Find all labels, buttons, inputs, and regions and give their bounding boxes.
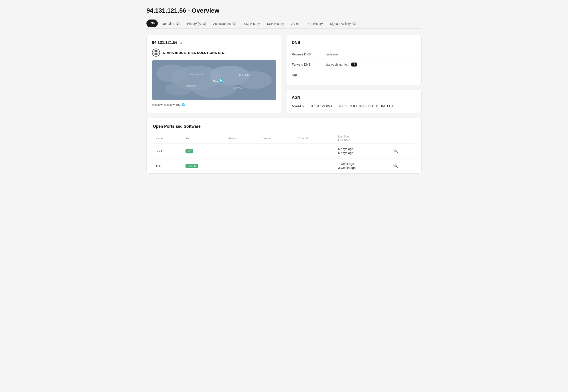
row-action: 🔍 [391,144,415,158]
org-logo [152,49,160,56]
org-row: STARK INDUSTRIES SOLUTIONS LTD. [152,49,276,56]
asn-title: ASN [292,95,416,100]
svg-point-15 [220,79,222,82]
svg-text:Krasnogorsk: Krasnogorsk [189,73,203,76]
reverse-dns-value: undefined [325,53,339,56]
row-version: - [261,144,295,158]
tab-history[interactable]: History (Beta) [184,20,209,28]
ports-title: Open Ports and Software [153,124,415,129]
svg-point-1 [155,52,157,53]
dns-title: DNS [292,40,416,45]
tabs-nav: Info Domains 1 History (Beta) Associatio… [146,19,422,28]
ports-card: Open Ports and Software Name Port Produc… [146,118,422,174]
asn-info-row: AS44477 94.131.121.0/24 STARK INDUSTRIES… [292,104,416,108]
port-badge: 65535 [186,164,198,168]
copy-icon[interactable]: ⧉ [180,41,182,44]
row-product: - [226,144,261,158]
org-name: STARK INDUSTRIES SOLUTIONS LTD. [163,51,225,55]
map-container[interactable]: Krasnogorsk Moscow Balashikha Odintsovo … [152,60,276,100]
dns-forward-row: Forward DNS site.yoshlar.info... 1 [292,59,416,70]
table-row: SSH 22 - - - 6 [153,144,415,158]
col-version: Version [261,133,295,144]
row-extra-info: - [295,144,335,158]
globe-icon: 🌐 [181,103,185,106]
col-product: Product [226,133,261,144]
forward-dns-label: Forward DNS [292,63,323,66]
dns-reverse-row: Reverse DNS undefined [292,49,416,59]
svg-text:Odintsovo: Odintsovo [186,85,196,87]
row-port: 22 [183,144,226,158]
location-text: Moscow, Moscow, RU 🌐 [152,103,276,106]
tab-ssl-history[interactable]: SSL History [241,20,263,28]
row-name: TLS [153,158,183,173]
col-time: Last Seen First Seen [335,133,391,144]
tab-ssh-history[interactable]: SSH History [264,20,287,28]
forward-dns-value: site.yoshlar.info... 1 [325,63,357,67]
col-name: Name [153,133,183,144]
tab-associations-badge: 0 [232,22,236,26]
asn-number: AS44477 [292,104,305,108]
page-container: 94.131.121.56 - Overview Info Domains 1 … [138,0,430,185]
ports-table: Name Port Product Version Extra Info Las… [153,133,415,173]
forward-dns-count[interactable]: 1 [351,63,357,67]
reverse-dns-label: Reverse DNS [292,53,323,56]
row-time: 1 week ago 3 weeks ago [335,158,391,173]
dns-tag-row: Tag [292,70,416,80]
col-port: Port [183,133,226,144]
search-icon[interactable]: 🔍 [393,149,398,153]
tab-signals-badge: 0 [352,22,357,26]
page-title: 94.131.121.56 - Overview [146,7,422,14]
ip-info-card: 94.131.121.56 ⧉ STARK INDUSTRIES SOLUTIO… [146,35,282,113]
row-port: 65535 [183,158,226,173]
ports-table-header: Name Port Product Version Extra Info Las… [153,133,415,144]
row-action: 🔍 [391,158,415,173]
tab-domains[interactable]: Domains 1 [159,20,183,28]
tab-domains-badge: 1 [175,22,180,26]
asn-cidr: 94.131.121.0/24 [310,104,332,108]
ip-address: 94.131.121.56 [152,40,177,45]
svg-point-8 [165,82,192,96]
row-product: - [226,158,261,173]
right-column: DNS Reverse DNS undefined Forward DNS si… [286,35,422,113]
ip-address-row: 94.131.121.56 ⧉ [152,40,276,45]
tag-label: Tag [292,73,323,76]
row-version: - [261,158,295,173]
row-extra-info: - [295,158,335,173]
tab-associations[interactable]: Associations 0 [210,20,240,28]
col-extra-info: Extra Info [295,133,335,144]
dns-card: DNS Reverse DNS undefined Forward DNS si… [286,35,422,85]
svg-text:Balashikha: Balashikha [239,74,251,76]
row-name: SSH [153,144,183,158]
row-time: 6 days ago 6 days ago [335,144,391,158]
col-actions [391,133,415,144]
port-badge: 22 [186,149,193,154]
tab-port-history[interactable]: Port History [304,20,326,28]
search-icon[interactable]: 🔍 [393,164,398,168]
svg-text:Lyubertsy: Lyubertsy [233,86,242,89]
top-cards-row: 94.131.121.56 ⧉ STARK INDUSTRIES SOLUTIO… [146,35,422,113]
asn-card: ASN AS44477 94.131.121.0/24 STARK INDUST… [286,90,422,113]
tab-signals-activity[interactable]: Signals Activity 0 [327,20,360,28]
asn-org: STARK INDUSTRIES SOLUTIONS LTD [338,104,393,108]
tab-info[interactable]: Info [146,19,158,27]
table-row: TLS 65535 - - - [153,158,415,173]
tab-jarm[interactable]: JARM [288,20,303,28]
